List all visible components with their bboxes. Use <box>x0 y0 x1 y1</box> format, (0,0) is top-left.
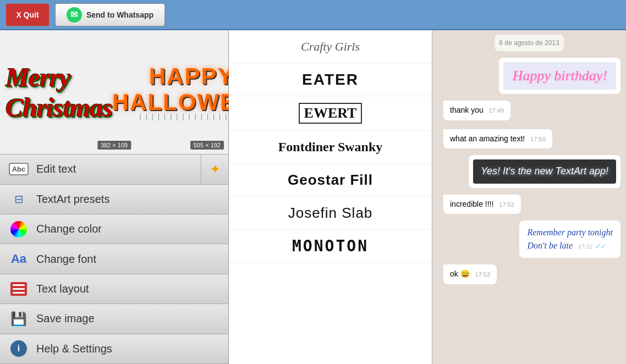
whatsapp-icon: ✉ <box>67 7 82 23</box>
whatsapp-label: Send to Whatsapp <box>86 10 153 19</box>
ewert-font-display: EWERT <box>299 103 363 124</box>
textart-presets-button[interactable]: ⊟ TextArt presets <box>0 185 228 214</box>
party-line1: Remember party tonight <box>527 226 613 239</box>
thank-you-text: thank you <box>450 106 484 114</box>
geostar-font-display: Geostar Fill <box>288 172 373 189</box>
star-button[interactable]: ✦ <box>201 155 228 184</box>
christmas-preview: Merry Christmas <box>6 62 112 123</box>
size-badge-1: 382 × 109 <box>97 141 131 150</box>
line3 <box>13 292 25 294</box>
edit-text-row: Abc Edit text ✦ <box>0 155 228 184</box>
chat-panel: 6 de agosto de 2013 Happy birthday! than… <box>432 30 626 364</box>
save-icon: 💾 <box>10 311 27 327</box>
change-font-button[interactable]: Aa Change font <box>0 244 228 274</box>
party-line2: Don't be late 17:52 ✓✓ <box>527 239 613 252</box>
quit-button[interactable]: X Quit <box>6 3 50 26</box>
amazing-text-bubble: what an amazing text! 17:50 <box>443 129 552 149</box>
save-image-button[interactable]: 💾 Save image <box>0 304 228 334</box>
toolbar: X Quit ✉ Send to Whatsapp <box>0 0 626 30</box>
edit-text-icon-container: Abc <box>9 159 29 179</box>
color-wheel-icon <box>10 221 27 238</box>
birthday-art-bubble: Happy birthday! <box>499 58 620 94</box>
font-item-ewert[interactable]: EWERT <box>229 96 432 131</box>
edit-text-label: Edit text <box>36 163 76 175</box>
change-color-button[interactable]: Change color <box>0 214 228 244</box>
incredible-text: incredible !!!! <box>450 200 493 208</box>
font-item-eater[interactable]: EATER <box>229 63 432 96</box>
size-badge-2: 505 × 192 <box>190 141 224 150</box>
aa-icon-container: Aa <box>9 249 29 269</box>
thank-you-time: 17:49 <box>489 107 504 114</box>
text-layout-button[interactable]: Text layout <box>0 274 228 304</box>
info-icon: i <box>10 340 27 357</box>
halloween-line1: HAPPY <box>149 64 234 89</box>
color-wheel-icon-container <box>9 219 29 239</box>
ok-bubble: ok 😄 17:53 <box>443 264 497 284</box>
star-icon: ✦ <box>210 162 221 177</box>
font-header[interactable]: Crafty Girls <box>229 30 432 63</box>
line1 <box>13 284 25 286</box>
incredible-bubble: incredible !!!! 17:52 <box>443 195 521 214</box>
change-color-label: Change color <box>36 223 102 235</box>
abc-icon: Abc <box>9 163 29 175</box>
layers-icon: ⊟ <box>14 192 24 206</box>
aa-icon: Aa <box>11 252 26 266</box>
font-item-geostar[interactable]: Geostar Fill <box>229 164 432 197</box>
sidebar: Merry Christmas HAPPY HALLOWEEN ||||||||… <box>0 30 229 364</box>
halloween-drip: ||||||||||||||||| <box>140 113 244 120</box>
monoton-font-display: MONOTON <box>292 237 369 255</box>
amazing-time: 17:50 <box>530 136 546 142</box>
thank-you-bubble: thank you 17:49 <box>443 101 510 120</box>
lines-icon-container <box>9 279 29 299</box>
font-item-swanky[interactable]: Fontdiner Swanky <box>229 131 432 164</box>
party-bubble: Remember party tonight Don't be late 17:… <box>519 220 620 258</box>
amazing-text: what an amazing text! <box>450 134 525 143</box>
textart-app-bubble: Yes! It's the new TextArt app! <box>469 155 620 187</box>
help-settings-button[interactable]: i Help & Settings <box>0 334 228 364</box>
textart-presets-label: TextArt presets <box>36 193 109 206</box>
ok-time: 17:53 <box>475 271 491 278</box>
party-time: 17:52 <box>578 243 592 250</box>
save-image-label: Save image <box>36 312 95 325</box>
birthday-art-text: Happy birthday! <box>503 62 616 90</box>
eater-font-display: EATER <box>302 71 359 89</box>
ok-text: ok 😄 <box>450 269 470 278</box>
font-item-josefin[interactable]: Josefin Slab <box>229 197 432 230</box>
josefin-font-display: Josefin Slab <box>288 205 373 222</box>
edit-text-button[interactable]: Abc Edit text <box>0 155 201 184</box>
font-item-monoton[interactable]: MONOTON <box>229 230 432 263</box>
preview-area: Merry Christmas HAPPY HALLOWEEN ||||||||… <box>0 30 228 155</box>
crafty-girls-font: Crafty Girls <box>301 40 360 54</box>
change-font-label: Change font <box>36 253 96 266</box>
checkmarks: ✓✓ <box>595 242 606 250</box>
font-list-panel: Crafty Girls EATER EWERT Fontdiner Swank… <box>229 30 432 364</box>
line2 <box>13 288 25 290</box>
incredible-time: 17:52 <box>499 201 514 208</box>
chat-date: 6 de agosto de 2013 <box>495 35 563 51</box>
whatsapp-button[interactable]: ✉ Send to Whatsapp <box>55 3 165 26</box>
main-content: Merry Christmas HAPPY HALLOWEEN ||||||||… <box>0 30 626 364</box>
layers-icon-container: ⊟ <box>9 189 29 209</box>
text-layout-label: Text layout <box>36 283 89 295</box>
lines-icon <box>10 282 27 296</box>
textart-app-text: Yes! It's the new TextArt app! <box>473 159 616 183</box>
save-icon-container: 💾 <box>9 309 29 329</box>
help-settings-label: Help & Settings <box>36 343 112 355</box>
info-icon-container: i <box>9 339 29 359</box>
swanky-font-display: Fontdiner Swanky <box>278 140 383 155</box>
